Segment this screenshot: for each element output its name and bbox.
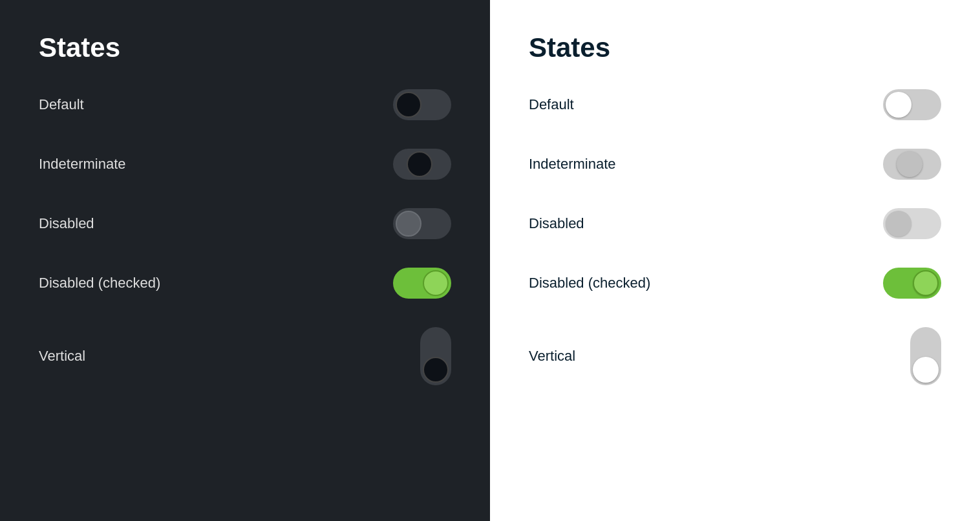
light-disabled-row: Disabled — [529, 208, 941, 239]
light-indeterminate-row: Indeterminate — [529, 149, 941, 180]
light-disabled-checked-toggle — [883, 268, 941, 299]
light-disabled-label: Disabled — [529, 215, 584, 232]
dark-panel-title: States — [39, 32, 451, 63]
light-indeterminate-label: Indeterminate — [529, 156, 616, 173]
dark-indeterminate-row: Indeterminate — [39, 149, 451, 180]
dark-disabled-checked-row: Disabled (checked) — [39, 268, 451, 299]
light-vertical-toggle[interactable] — [910, 327, 941, 385]
light-indeterminate-toggle[interactable] — [883, 149, 941, 180]
light-default-row: Default — [529, 89, 941, 120]
light-disabled-checked-row: Disabled (checked) — [529, 268, 941, 299]
dark-vertical-label: Vertical — [39, 348, 85, 365]
light-default-label: Default — [529, 96, 574, 113]
dark-indeterminate-thumb — [407, 151, 432, 177]
dark-indeterminate-label: Indeterminate — [39, 156, 126, 173]
light-panel: States Default Indeterminate Disabled Di… — [490, 0, 980, 521]
light-disabled-checked-thumb — [913, 270, 939, 296]
dark-vertical-toggle[interactable] — [420, 327, 451, 385]
dark-disabled-row: Disabled — [39, 208, 451, 239]
light-vertical-thumb — [913, 357, 939, 383]
light-disabled-checked-label: Disabled (checked) — [529, 275, 650, 292]
dark-default-label: Default — [39, 96, 84, 113]
dark-vertical-thumb — [423, 357, 449, 383]
light-default-toggle[interactable] — [883, 89, 941, 120]
light-disabled-toggle — [883, 208, 941, 239]
dark-panel: States Default Indeterminate Disabled Di… — [0, 0, 490, 521]
dark-disabled-checked-thumb — [423, 270, 449, 296]
dark-default-toggle[interactable] — [393, 89, 451, 120]
dark-indeterminate-toggle[interactable] — [393, 149, 451, 180]
light-disabled-thumb — [886, 211, 911, 237]
dark-disabled-checked-toggle — [393, 268, 451, 299]
dark-default-thumb — [396, 92, 421, 118]
light-panel-title: States — [529, 32, 941, 63]
dark-disabled-toggle — [393, 208, 451, 239]
light-indeterminate-thumb — [897, 151, 922, 177]
light-vertical-row: Vertical — [529, 327, 941, 385]
dark-default-row: Default — [39, 89, 451, 120]
light-vertical-label: Vertical — [529, 348, 575, 365]
dark-disabled-thumb — [396, 211, 421, 237]
dark-vertical-row: Vertical — [39, 327, 451, 385]
light-default-thumb — [886, 92, 911, 118]
dark-disabled-checked-label: Disabled (checked) — [39, 275, 160, 292]
dark-disabled-label: Disabled — [39, 215, 94, 232]
